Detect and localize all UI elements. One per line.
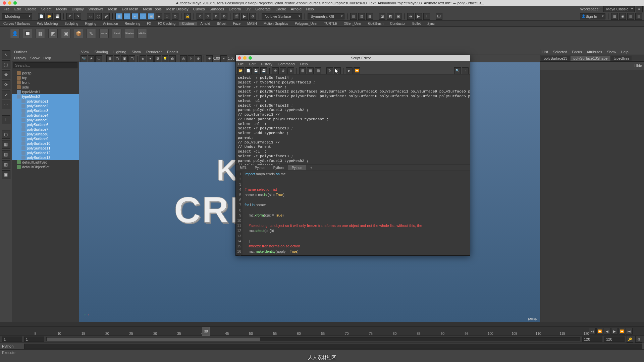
shelf-button[interactable]: ▦ — [36, 29, 45, 38]
se-save-icon[interactable]: 💾 — [253, 67, 259, 74]
shelf-tab[interactable]: Conductor — [387, 22, 409, 25]
vp-film-gate-icon[interactable]: ▢ — [114, 55, 120, 62]
outliner-search-input[interactable] — [13, 62, 77, 68]
shelf-tab[interactable]: Arnold — [197, 22, 213, 25]
se-save-all-icon[interactable]: 💾 — [260, 67, 267, 74]
playback-play-icon[interactable]: ▶ — [415, 13, 422, 20]
ae-menu-item[interactable]: Help — [621, 50, 629, 54]
playback-prefs-icon[interactable]: ⚙ — [635, 336, 642, 343]
vp-gamma-icon[interactable]: γ — [220, 55, 227, 62]
outliner-item[interactable]: polySurface10 — [12, 141, 79, 146]
shelf-tab[interactable]: Motion Graphics — [260, 22, 291, 25]
se-line-numbers-icon[interactable]: # — [334, 67, 341, 74]
shelf-button[interactable]: ▣ — [61, 29, 70, 38]
menu-item[interactable]: Mesh Display — [164, 7, 191, 11]
outliner-item[interactable]: typeMesh2 — [12, 94, 79, 99]
shelf-tab[interactable]: Bifrost — [213, 22, 229, 25]
snap-toggle-icon[interactable]: ◇ — [164, 13, 170, 20]
vp-bookmarks-icon[interactable]: ★ — [88, 55, 95, 62]
playblast-icon[interactable]: 🎞 — [436, 13, 442, 20]
menu-item[interactable]: Curves — [191, 7, 207, 11]
outliner-item[interactable]: side — [12, 85, 79, 89]
outliner-menu-item[interactable]: Display — [14, 56, 26, 60]
script-history-output[interactable]: select -r polySurface14 ; select -r type… — [236, 74, 470, 165]
vp-xray-icon[interactable]: ◊ — [187, 55, 194, 62]
go-end-icon[interactable]: ⏭ — [626, 328, 633, 335]
shelf-tab[interactable]: Curves / Surfaces — [0, 22, 33, 25]
shelf-button[interactable]: 👤 — [10, 29, 19, 38]
se-zoom-icon[interactable] — [249, 56, 252, 60]
panel-layout-icon[interactable]: ▤ — [350, 13, 357, 20]
lasso-select-icon[interactable]: ◯ — [95, 13, 102, 20]
vp-shadows-icon[interactable]: ◐ — [169, 55, 176, 62]
vp-xray-joints-icon[interactable]: ⊘ — [195, 55, 202, 62]
shelf-button[interactable]: ◩ — [48, 29, 58, 38]
se-echo-icon[interactable]: ↻ — [326, 67, 333, 74]
snap-view-icon[interactable]: ▣ — [148, 13, 154, 20]
vp-gamma-value[interactable]: 1.00 — [228, 57, 234, 60]
se-tab[interactable]: MEL — [236, 165, 251, 170]
se-show-history-icon[interactable]: ▤ — [299, 67, 306, 74]
menu-item[interactable]: Edit — [12, 7, 23, 11]
snap-point-icon[interactable]: ● — [131, 13, 138, 20]
ae-menu-item[interactable]: Attributes — [587, 50, 602, 54]
outliner-item[interactable]: polySurface9 — [12, 136, 79, 141]
lock-icon[interactable]: 🔒 — [184, 13, 191, 20]
render-icon[interactable]: 🎬 — [233, 13, 240, 20]
playback-back-icon[interactable]: ⏮ — [407, 13, 414, 20]
code-line[interactable]: mc.xform(cpc = True) — [245, 213, 468, 218]
live-surface-dropdown[interactable]: No Live Surface — [262, 13, 302, 19]
shelf-tab[interactable]: MASH — [244, 22, 260, 25]
range-slider[interactable] — [46, 337, 580, 341]
move-tool-icon[interactable]: ✥ — [2, 70, 10, 79]
workspace-options-icon[interactable]: ≡ — [636, 6, 643, 12]
command-line-input[interactable] — [24, 344, 642, 349]
shelf-tab[interactable]: Zync — [424, 22, 438, 25]
outliner-item[interactable]: polySurface3 — [12, 108, 79, 113]
se-execute-all-icon[interactable]: ⏩ — [354, 67, 360, 74]
code-line[interactable]: mc.select(str(i)) — [245, 228, 468, 233]
shelf-button[interactable]: MASh — [138, 29, 147, 38]
viewport-menu-item[interactable]: View — [81, 50, 89, 54]
vp-exposure-icon[interactable]: ☀ — [206, 55, 213, 62]
script-input-area[interactable]: 1 2 3 4 5 6 7 8 9 10 11 12 13 14 15 16 1… — [236, 171, 470, 255]
history-icon[interactable]: ⟲ — [197, 13, 203, 20]
menu-item[interactable]: File — [1, 7, 12, 11]
shelf-tab[interactable]: TURTLE — [321, 22, 340, 25]
modeling-toolkit-icon[interactable]: ▦ — [611, 13, 618, 20]
shelf-tab[interactable]: Rendering — [121, 22, 144, 25]
code-line[interactable]: #select original object so it will only … — [245, 223, 468, 228]
menuset-dropdown[interactable]: Modeling — [2, 13, 32, 19]
toggle-panels-icon[interactable]: ☰ — [635, 13, 642, 20]
vp-select-cam-icon[interactable]: 📷 — [80, 55, 87, 62]
se-source-icon[interactable]: 📄 — [245, 67, 252, 74]
code-line[interactable] — [245, 218, 468, 223]
se-search-icon[interactable]: 🔍 — [454, 67, 461, 74]
paint-select-icon[interactable]: 🖌 — [103, 13, 110, 20]
ipr-icon[interactable]: ▶ — [241, 13, 248, 20]
layout-three-icon[interactable]: ▥ — [2, 160, 10, 169]
se-goto-icon[interactable]: → — [462, 67, 469, 74]
se-tab[interactable]: Python — [269, 165, 288, 170]
scale-tool-icon[interactable]: ⤢ — [2, 90, 10, 99]
se-tab[interactable]: Python — [251, 165, 269, 170]
menu-item[interactable]: Mesh — [106, 7, 119, 11]
se-close-icon[interactable] — [238, 56, 241, 60]
step-forward-icon[interactable]: ⏩ — [619, 328, 625, 335]
viewport-menu-item[interactable]: Renderer — [146, 50, 162, 54]
outliner-item[interactable]: top — [12, 75, 79, 80]
ae-menu-item[interactable]: List — [542, 50, 548, 54]
shelf-tab[interactable]: GoZBrush — [365, 22, 387, 25]
construction-icon[interactable]: ⚙ — [213, 13, 219, 20]
code-line[interactable] — [245, 234, 468, 239]
ae-menu-item[interactable]: Show — [607, 50, 616, 54]
step-back-icon[interactable]: ⏪ — [596, 328, 603, 335]
menu-item[interactable]: Create — [23, 7, 39, 11]
layout-two-icon[interactable]: ▤ — [2, 150, 10, 159]
se-add-tab-button[interactable]: + — [306, 165, 316, 170]
ae-hide-button[interactable]: Hide — [634, 64, 642, 68]
range-start-input[interactable] — [24, 337, 44, 342]
se-execute-icon[interactable]: ▶ — [346, 67, 353, 74]
code-line[interactable]: #freeze transforms on selection — [245, 244, 468, 249]
shelf-tab[interactable]: XGen_User — [340, 22, 365, 25]
